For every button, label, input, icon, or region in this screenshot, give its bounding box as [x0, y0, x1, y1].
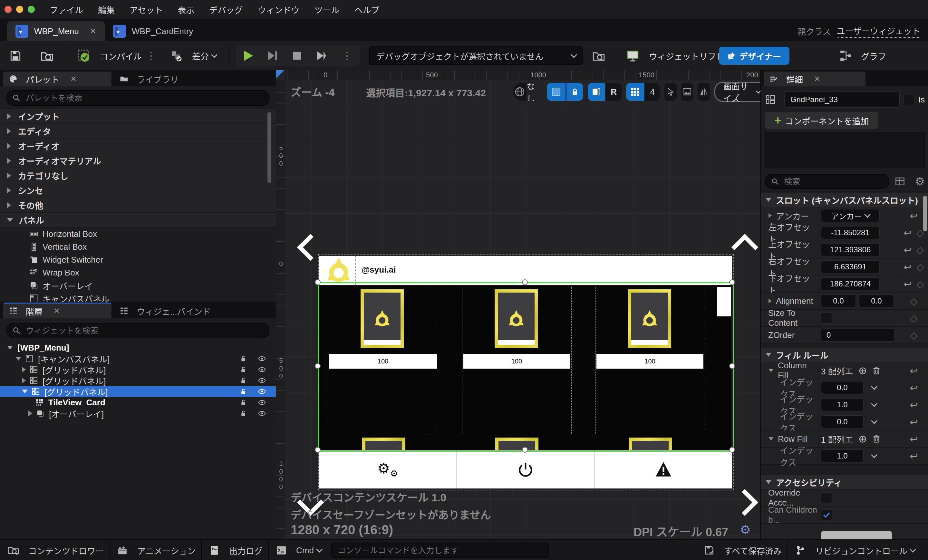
offset-right-field[interactable]: 6.633691 [821, 260, 880, 273]
bind-diamond-icon[interactable]: ◇ [916, 261, 924, 273]
tileview-scrollbar[interactable] [717, 287, 731, 316]
marquee-select-toggle[interactable] [547, 83, 566, 101]
details-settings-gear-icon[interactable]: ⚙ [915, 175, 925, 188]
tab-palette[interactable]: パレット ✕ [3, 72, 111, 86]
play-options-icon[interactable]: ⋮ [342, 54, 352, 58]
compile-button[interactable]: コンパイル [100, 50, 142, 62]
alignment-x-field[interactable]: 0.0 [821, 294, 856, 307]
animation-button[interactable]: アニメーション [137, 545, 195, 557]
tree-row-wbp-menu[interactable]: [WBP_Menu] [0, 342, 276, 353]
palette-category-other[interactable]: その他 [0, 198, 276, 213]
save-icon[interactable] [8, 49, 23, 63]
revert-icon[interactable]: ↩ [904, 261, 912, 273]
visibility-eye-icon[interactable] [258, 365, 266, 374]
lock-icon[interactable] [239, 365, 247, 374]
palette-category-audio-material[interactable]: オーディオマテリアル [0, 153, 276, 168]
play-icon[interactable] [240, 47, 256, 64]
designer-viewport[interactable]: 0 500 1000 1500 200 500 0 500 1000 ズーム -… [276, 70, 760, 539]
hierarchy-search-input[interactable] [25, 326, 253, 336]
browse-to-asset-icon[interactable] [40, 49, 54, 63]
anchor-dropdown[interactable]: アンカー [821, 209, 880, 222]
details-search-input[interactable] [783, 177, 883, 186]
menu-help[interactable]: ヘルプ [354, 3, 380, 15]
palette-category-synth[interactable]: シンセ [0, 183, 276, 198]
fill-rules-section-header[interactable]: フィル ルール [761, 348, 928, 362]
resize-handle[interactable] [729, 447, 735, 453]
bind-diamond-icon[interactable]: ◇ [910, 330, 917, 341]
dpi-settings-gear-icon[interactable]: ⚙ [740, 523, 751, 537]
add-component-button[interactable]: + コンポーネントを追加 [765, 112, 878, 129]
tab-wbp-menu[interactable]: WBP_Menu ✕ [7, 21, 105, 41]
revert-icon[interactable]: ↩ [910, 365, 918, 376]
console-command-input[interactable] [337, 545, 543, 555]
save-all-status[interactable]: すべて保存済み [724, 545, 782, 557]
offset-left-field[interactable]: -11.850281 [821, 226, 880, 239]
column-index-field[interactable]: 0.0 [821, 415, 864, 428]
close-icon[interactable]: ✕ [70, 75, 77, 84]
visibility-eye-icon[interactable] [258, 387, 266, 396]
flip-preview-icon[interactable] [698, 83, 710, 101]
bind-diamond-icon[interactable]: ◇ [916, 244, 924, 255]
chevron-down-icon[interactable] [871, 400, 878, 407]
lock-icon[interactable] [239, 354, 247, 363]
lock-widgets-toggle[interactable] [566, 83, 583, 101]
revert-icon[interactable]: ↩ [910, 450, 918, 462]
zorder-field[interactable]: 0 [821, 329, 894, 342]
details-scrollbar[interactable] [923, 196, 927, 231]
widget-name-field[interactable]: GridPanel_33 [784, 92, 900, 108]
offset-bottom-field[interactable]: 186.270874 [821, 278, 880, 290]
palette-category-editor[interactable]: エディタ [0, 124, 276, 139]
close-icon[interactable]: ✕ [53, 307, 60, 316]
resize-handle[interactable] [315, 363, 321, 369]
tab-widget-bind[interactable]: ウィジェ...バインド [114, 304, 217, 318]
revert-icon[interactable]: ↩ [904, 278, 912, 290]
localization-preview-icon[interactable] [513, 83, 527, 101]
output-log-button[interactable]: 出力ログ [229, 545, 263, 557]
resize-handle[interactable] [522, 447, 528, 453]
tree-row-canvas-panel[interactable]: [キャンバスパネル] [0, 353, 276, 364]
size-to-content-checkbox[interactable] [821, 313, 832, 323]
add-element-icon[interactable]: ⊕ [858, 365, 867, 377]
can-children-checkbox[interactable] [821, 510, 832, 520]
lock-icon[interactable] [239, 409, 247, 418]
cmd-dropdown[interactable]: Cmd [296, 545, 314, 555]
bind-diamond-icon[interactable]: ◇ [910, 313, 917, 324]
preview-background-icon[interactable] [681, 83, 693, 101]
hierarchy-search[interactable] [6, 323, 269, 338]
graph-mode-button[interactable]: グラフ [838, 48, 886, 63]
tab-wbp-cardentry[interactable]: WBP_CardEntry [105, 21, 202, 41]
resize-handle[interactable] [522, 279, 528, 285]
delete-elements-icon[interactable] [872, 366, 881, 375]
canvas-corner-handle[interactable] [731, 234, 758, 261]
lock-icon[interactable] [239, 376, 247, 385]
diff-button[interactable]: 差分 [192, 50, 209, 62]
palette-category-panel[interactable]: パネル [0, 213, 276, 227]
palette-scrollbar[interactable] [267, 112, 271, 183]
lock-icon[interactable] [239, 398, 247, 407]
menu-window[interactable]: ウィンドウ [258, 3, 300, 15]
respect-locks-toggle[interactable]: R [606, 83, 621, 101]
palette-search-input[interactable] [25, 93, 253, 103]
palette-category-uncategorized[interactable]: カテゴリなし [0, 168, 276, 183]
palette-search[interactable] [6, 90, 269, 106]
accessible-behavior-dropdown[interactable] [821, 531, 892, 539]
parent-class-link[interactable]: ユーザーウィジェット [837, 24, 920, 38]
tree-row-overlay[interactable]: [オーバーレイ] [0, 408, 276, 419]
menu-file[interactable]: ファイル [50, 3, 83, 15]
delete-elements-icon[interactable] [872, 435, 881, 443]
designer-mode-button[interactable]: デザイナー [719, 47, 789, 65]
palette-category-audio[interactable]: オーディオ [0, 139, 276, 153]
add-element-icon[interactable]: ⊕ [858, 433, 867, 445]
tree-row-tileview-card[interactable]: TileView_Card [0, 397, 276, 408]
bind-diamond-icon[interactable]: ◇ [910, 296, 917, 307]
resize-handle[interactable] [729, 279, 735, 285]
tree-row-grid-panel-2[interactable]: [グリッドパネル] [0, 375, 276, 386]
revert-icon[interactable]: ↩ [910, 416, 918, 427]
palette-item-horizontal-box[interactable]: Horizontal Box [0, 227, 276, 240]
resize-handle[interactable] [315, 279, 321, 285]
compile-icon[interactable] [76, 48, 92, 64]
debug-object-dropdown[interactable]: デバッグオブジェクトが選択されていません [369, 46, 583, 65]
outline-widgets-toggle[interactable] [588, 83, 605, 101]
alignment-y-field[interactable]: 0.0 [859, 294, 894, 307]
accessibility-section-header[interactable]: アクセシビリティ [761, 475, 928, 490]
